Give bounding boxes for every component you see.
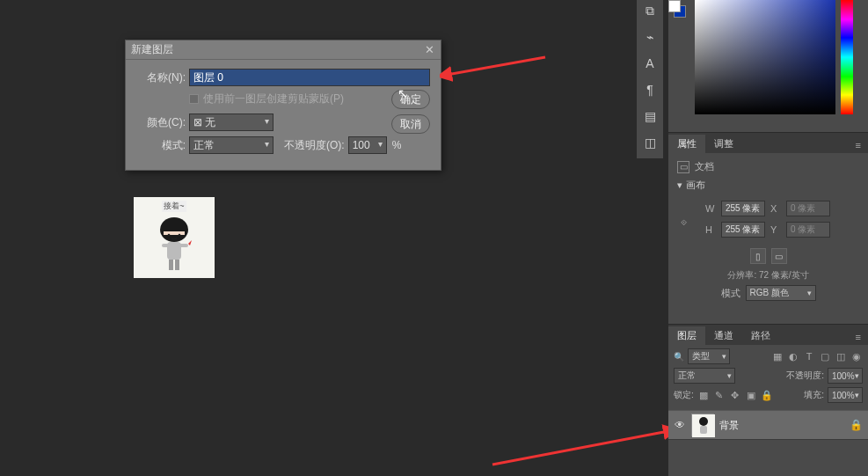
layer-thumbnail[interactable] [691,414,714,436]
y-input[interactable] [786,222,830,238]
tab-layers[interactable]: 图层 [668,326,705,345]
orient-portrait-button[interactable]: ▯ [750,248,766,264]
dialog-titlebar[interactable]: 新建图层 ✕ [126,40,441,60]
layers-tabs: 图层 通道 路径 ≡ [668,324,868,345]
layer-name-input[interactable] [189,69,430,86]
fill-label: 填充: [804,389,824,401]
new-layer-dialog: 新建图层 ✕ 名称(N): 使用前一图层创建剪贴蒙版(P) 颜色(C): ⊠ 无… [125,40,441,171]
tool-paragraph-icon[interactable]: ¶ [641,81,659,99]
doc-label: 文档 [695,160,714,173]
filter-shape-icon[interactable]: ▢ [819,350,831,362]
filter-smart-icon[interactable]: ◫ [835,350,847,362]
svg-point-4 [179,234,181,237]
svg-rect-8 [169,260,173,270]
layer-opacity-label: 不透明度: [786,370,824,382]
lock-label: 锁定: [674,389,694,401]
svg-rect-6 [162,244,169,247]
filter-type-icon[interactable]: T [803,350,815,362]
svg-line-0 [447,57,545,75]
svg-point-12 [699,417,708,426]
tab-adjustments[interactable]: 调整 [705,135,742,153]
width-input[interactable] [721,201,765,216]
layer-list: 👁 背景 🔒 [668,410,868,440]
tool-brush-icon[interactable]: ⌁ [641,28,659,46]
lock-icon[interactable]: 🔒 [850,419,863,431]
tab-properties[interactable]: 属性 [668,135,705,153]
fg-bg-swatches[interactable] [668,0,689,19]
opacity-label: 不透明度(O): [284,138,345,153]
clip-mask-label: 使用前一图层创建剪贴蒙版(P) [203,92,344,106]
canvas-document[interactable]: 接着~ [134,197,215,278]
filter-pixel-icon[interactable]: ▦ [771,350,784,362]
canvas-section-toggle[interactable]: ▾ 画布 [677,179,859,192]
lock-transparent-icon[interactable]: ▩ [697,389,710,401]
svg-line-10 [492,431,668,465]
resolution-label: 分辨率: 72 像素/英寸 [677,269,859,282]
arrow-to-layer-icon [488,414,682,471]
tool-type-icon[interactable]: A [641,55,659,72]
percent-label: % [392,139,402,151]
ok-button[interactable]: 确定 [391,90,430,109]
color-mode-select[interactable]: RGB 颜色 [746,285,816,301]
fill-input[interactable]: 100% [828,387,863,403]
svg-point-3 [168,234,171,237]
dialog-title: 新建图层 [131,42,173,57]
document-icon: ▭ [677,161,689,173]
layer-kind-filter[interactable]: 类型 [688,348,730,364]
doc-mode-label: 模式 [721,287,740,300]
hue-slider[interactable] [841,0,853,114]
svg-rect-9 [175,260,179,270]
color-select[interactable]: ⊠ 无 [189,114,274,131]
svg-point-1 [160,217,188,242]
arrow-to-ok-icon [440,48,554,92]
panel-menu-icon[interactable]: ≡ [849,137,868,153]
tool-strip: ⧉ ⌁ A ¶ ▤ ◫ [637,0,663,158]
link-icon[interactable]: ⟐ [677,209,689,235]
layers-panel: 🔍 类型 ▦ ◐ T ▢ ◫ ◉ 正常 不透明度: [668,345,868,440]
x-input[interactable] [786,201,830,216]
blend-mode-select-layers[interactable]: 正常 [674,368,735,384]
canvas-area: 新建图层 ✕ 名称(N): 使用前一图层创建剪贴蒙版(P) 颜色(C): ⊠ 无… [0,0,633,476]
cancel-button[interactable]: 取消 [391,114,430,134]
chevron-down-icon: ▾ [677,179,682,191]
orient-landscape-button[interactable]: ▭ [771,248,787,264]
filter-adjust-icon[interactable]: ◐ [787,350,799,362]
cartoon-image [148,214,201,275]
layers-panel-menu-icon[interactable]: ≡ [849,329,868,345]
close-icon[interactable]: ✕ [423,44,435,56]
tool-history-icon[interactable]: ⧉ [641,2,659,19]
name-label: 名称(N): [136,70,186,85]
layer-name-label: 背景 [719,419,739,432]
color-panel [668,0,868,132]
thumb-caption: 接着~ [162,201,186,212]
svg-rect-2 [164,231,185,235]
search-icon[interactable]: 🔍 [674,352,684,362]
tab-channels[interactable]: 通道 [705,326,742,345]
properties-tabs: 属性 调整 ≡ [668,132,868,153]
filter-toggle-icon[interactable]: ◉ [850,350,863,362]
right-panels: 属性 调整 ≡ ▭ 文档 ▾ 画布 ⟐ W X H [668,0,868,476]
visibility-toggle-icon[interactable]: 👁 [674,419,686,431]
svg-rect-7 [179,244,188,247]
clip-mask-checkbox[interactable] [189,94,199,104]
svg-rect-13 [700,426,707,434]
fg-color-swatch[interactable] [668,0,681,12]
lock-all-icon[interactable]: 🔒 [761,389,773,401]
blend-mode-select[interactable]: 正常 [189,136,274,154]
opacity-input[interactable]: 100 [348,136,387,154]
layer-row-background[interactable]: 👁 背景 🔒 [668,410,868,440]
lock-paint-icon[interactable]: ✎ [713,389,726,401]
layer-opacity-input[interactable]: 100% [828,368,863,384]
tool-swatches-icon[interactable]: ▤ [641,107,659,125]
color-label: 颜色(C): [136,115,186,130]
lock-position-icon[interactable]: ✥ [729,389,741,401]
color-field[interactable] [695,0,835,114]
properties-body: ▭ 文档 ▾ 画布 ⟐ W X H Y [668,153,868,308]
tool-libraries-icon[interactable]: ◫ [641,134,659,151]
height-input[interactable] [721,222,765,238]
tab-paths[interactable]: 路径 [742,326,779,345]
mode-label: 模式: [136,138,186,153]
lock-artboard-icon[interactable]: ▣ [745,389,757,401]
svg-rect-5 [167,242,181,260]
